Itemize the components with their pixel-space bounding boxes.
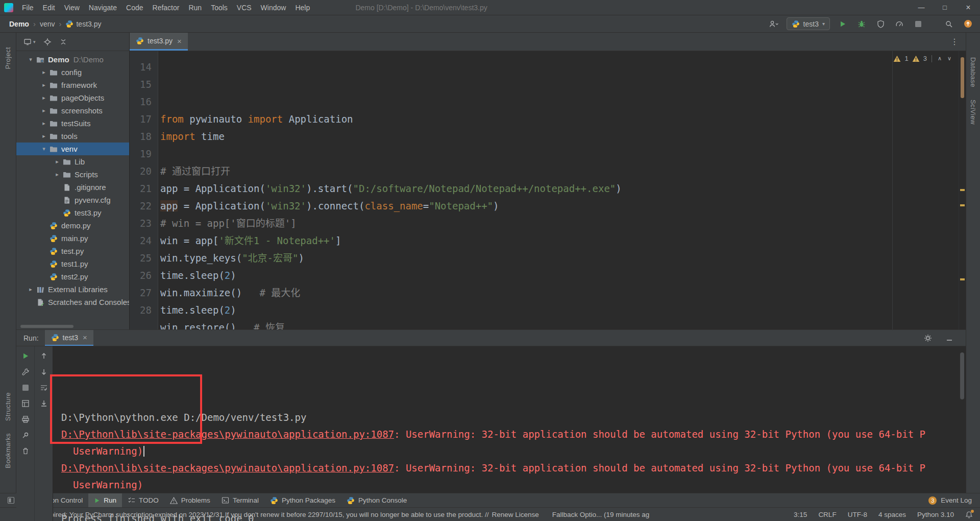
tree-item-testsuits[interactable]: ▸testSuits bbox=[16, 117, 129, 130]
tree-item-pageobjects[interactable]: ▸pageObjects bbox=[16, 91, 129, 104]
run-console[interactable]: D:\Python\python.exe D:/Demo/venv/test3.… bbox=[53, 346, 966, 521]
tree-item-scripts[interactable]: ▸Scripts bbox=[16, 168, 129, 181]
chevron-right-icon[interactable]: ▸ bbox=[52, 158, 62, 165]
chevron-right-icon[interactable]: ▸ bbox=[39, 133, 49, 139]
wrench-button[interactable] bbox=[20, 366, 31, 377]
console-line: D:\Python\lib\site-packages\pywinauto\ap… bbox=[61, 426, 966, 443]
collapse-all-button[interactable] bbox=[59, 38, 67, 46]
console-file-link[interactable]: D:\Python\lib\site-packages\pywinauto\ap… bbox=[61, 429, 394, 440]
gear-button[interactable] bbox=[922, 332, 934, 344]
search-button[interactable] bbox=[943, 18, 955, 30]
weak-warning-count[interactable]: 3 bbox=[923, 55, 927, 62]
menu-edit[interactable]: Edit bbox=[38, 4, 60, 12]
tree-item-test-py[interactable]: test.py bbox=[16, 245, 129, 257]
tab-test3-py[interactable]: test3.py × bbox=[130, 33, 188, 51]
tree-item-pyvenv-cfg[interactable]: pyvenv.cfg bbox=[16, 194, 129, 206]
menu-window[interactable]: Window bbox=[256, 4, 291, 12]
tree-item-config[interactable]: ▸config bbox=[16, 66, 129, 79]
chevron-right-icon[interactable]: ▸ bbox=[52, 171, 62, 178]
printer-button[interactable] bbox=[20, 414, 31, 425]
chevron-right-icon[interactable]: ▸ bbox=[39, 120, 49, 127]
tool-stripe-sciview[interactable]: SciView bbox=[969, 100, 977, 125]
prev-issue-button[interactable]: ∧ bbox=[937, 55, 943, 62]
editor-options-icon[interactable]: ⋮ bbox=[943, 37, 966, 46]
menu-refactor[interactable]: Refactor bbox=[148, 4, 184, 12]
close-button[interactable]: × bbox=[957, 0, 980, 15]
chevron-down-icon[interactable]: ▾ bbox=[39, 146, 49, 152]
arrow-down-button[interactable] bbox=[38, 366, 50, 377]
tool-stripe-project[interactable]: Project bbox=[4, 47, 12, 69]
tree-item-demo-py[interactable]: demo.py bbox=[16, 219, 129, 232]
layout-button[interactable] bbox=[20, 398, 31, 409]
collab-person-button[interactable] bbox=[768, 18, 780, 30]
maximize-button[interactable]: □ bbox=[933, 0, 957, 15]
scroll-end-icon bbox=[40, 399, 48, 408]
tree-item-main-py[interactable]: main.py bbox=[16, 232, 129, 245]
tree-item-venv[interactable]: ▾venv bbox=[16, 143, 129, 155]
project-tree[interactable]: ▾DemoD:\Demo▸config▸framework▸pageObject… bbox=[16, 51, 129, 329]
menu-run[interactable]: Run bbox=[184, 4, 206, 12]
menu-tools[interactable]: Tools bbox=[206, 4, 232, 12]
close-tab-icon[interactable]: × bbox=[177, 37, 182, 45]
trash-button[interactable] bbox=[20, 445, 31, 457]
project-horizontal-scrollbar[interactable] bbox=[20, 325, 74, 328]
menu-file[interactable]: File bbox=[17, 4, 38, 12]
chevron-right-icon[interactable]: ▸ bbox=[39, 107, 49, 114]
tree-item-demo[interactable]: ▾DemoD:\Demo bbox=[16, 53, 129, 66]
profiler-gauge-button[interactable] bbox=[893, 18, 905, 30]
breadcrumb-demo[interactable]: Demo bbox=[9, 20, 29, 28]
next-issue-button[interactable]: ∨ bbox=[946, 55, 952, 62]
tree-item-gitignore[interactable]: .gitignore bbox=[16, 181, 129, 194]
tree-item-test2-py[interactable]: test2.py bbox=[16, 270, 129, 283]
breadcrumb-test3-py[interactable]: test3.py bbox=[65, 20, 101, 28]
menu-help[interactable]: Help bbox=[290, 4, 314, 12]
menu-navigate[interactable]: Navigate bbox=[84, 4, 121, 12]
tree-item-test3-py[interactable]: test3.py bbox=[16, 206, 129, 219]
menu-vcs[interactable]: VCS bbox=[232, 4, 256, 12]
close-tab-icon[interactable]: × bbox=[83, 333, 87, 342]
soft-wrap-button[interactable] bbox=[38, 382, 50, 393]
pin-button[interactable] bbox=[20, 430, 31, 441]
menu-code[interactable]: Code bbox=[121, 4, 148, 12]
stop-button[interactable] bbox=[20, 382, 31, 393]
run-tab-test3[interactable]: test3 × bbox=[45, 330, 93, 346]
chevron-right-icon[interactable]: ▸ bbox=[39, 94, 49, 101]
arrow-up-button[interactable] bbox=[38, 350, 50, 362]
tool-stripe-database[interactable]: Database bbox=[969, 57, 977, 87]
scroll-end-button[interactable] bbox=[38, 398, 50, 409]
warning-count[interactable]: 1 bbox=[904, 55, 908, 62]
monitor-selector-button[interactable]: ▾ bbox=[23, 38, 36, 46]
scrollbar-thumb[interactable] bbox=[961, 57, 964, 98]
locate-file-button[interactable] bbox=[43, 38, 52, 46]
tree-item-screenshots[interactable]: ▸screenshots bbox=[16, 104, 129, 117]
chevron-right-icon[interactable]: ▸ bbox=[26, 286, 36, 293]
tree-item-external-libraries[interactable]: ▸External Libraries bbox=[16, 283, 129, 296]
tree-item-lib[interactable]: ▸Lib bbox=[16, 155, 129, 168]
console-vertical-scrollbar[interactable] bbox=[960, 352, 964, 399]
stop-square-button[interactable] bbox=[912, 18, 924, 30]
tool-stripe-structure[interactable]: Structure bbox=[4, 392, 12, 421]
menu-view[interactable]: View bbox=[60, 4, 84, 12]
code-line: app = Application('win32').start("D:/sof… bbox=[160, 180, 959, 197]
minimize-button[interactable] bbox=[943, 332, 955, 344]
chevron-right-icon[interactable]: ▸ bbox=[39, 82, 49, 88]
run-configuration-select[interactable]: test3 ▾ bbox=[787, 17, 830, 30]
minimize-button[interactable]: — bbox=[910, 0, 933, 15]
rerun-button[interactable] bbox=[20, 350, 31, 362]
tree-item-framework[interactable]: ▸framework bbox=[16, 79, 129, 91]
code-editor[interactable]: from pywinauto import Applicationimport … bbox=[158, 51, 959, 329]
editor-marker-bar[interactable] bbox=[959, 51, 966, 329]
notifications-bell-icon[interactable] bbox=[965, 511, 973, 518]
run-play-button[interactable] bbox=[837, 18, 849, 30]
tree-item-test1-py[interactable]: test1.py bbox=[16, 257, 129, 270]
breadcrumb-venv[interactable]: venv bbox=[40, 20, 55, 28]
tree-item-tools[interactable]: ▸tools bbox=[16, 130, 129, 143]
coverage-shield-button[interactable] bbox=[874, 18, 887, 30]
chevron-down-icon[interactable]: ▾ bbox=[26, 56, 36, 63]
tool-stripe-bookmarks[interactable]: Bookmarks bbox=[4, 433, 12, 468]
tree-item-scratches-and-consoles[interactable]: Scratches and Consoles bbox=[16, 296, 129, 309]
debug-bug-button[interactable] bbox=[855, 18, 868, 30]
chevron-right-icon[interactable]: ▸ bbox=[39, 69, 49, 76]
update-button[interactable] bbox=[962, 18, 974, 30]
console-file-link[interactable]: D:\Python\lib\site-packages\pywinauto\ap… bbox=[61, 462, 394, 473]
